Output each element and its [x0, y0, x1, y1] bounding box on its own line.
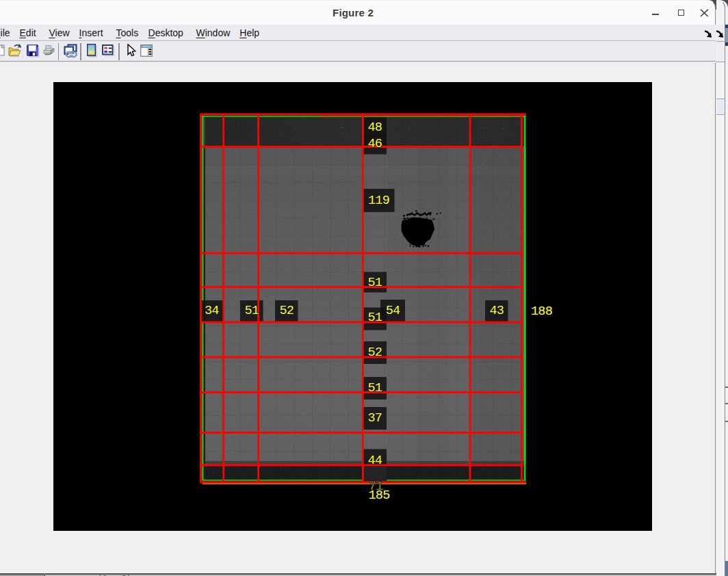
svg-text:51: 51	[244, 304, 259, 318]
svg-text:188: 188	[531, 304, 552, 319]
svg-text:48: 48	[367, 120, 382, 135]
svg-text:52: 52	[367, 345, 382, 360]
svg-text:51: 51	[367, 311, 382, 325]
svg-text:46: 46	[367, 137, 382, 151]
svg-text:51: 51	[367, 276, 382, 290]
svg-text:43: 43	[489, 304, 504, 318]
svg-text:52: 52	[279, 304, 294, 318]
svg-text:185: 185	[369, 488, 390, 503]
svg-text:44: 44	[367, 454, 382, 468]
svg-text:34: 34	[205, 304, 219, 318]
svg-text:54: 54	[386, 304, 400, 318]
svg-text:37: 37	[367, 411, 382, 426]
svg-text:119: 119	[368, 194, 389, 208]
svg-text:51: 51	[367, 381, 382, 395]
